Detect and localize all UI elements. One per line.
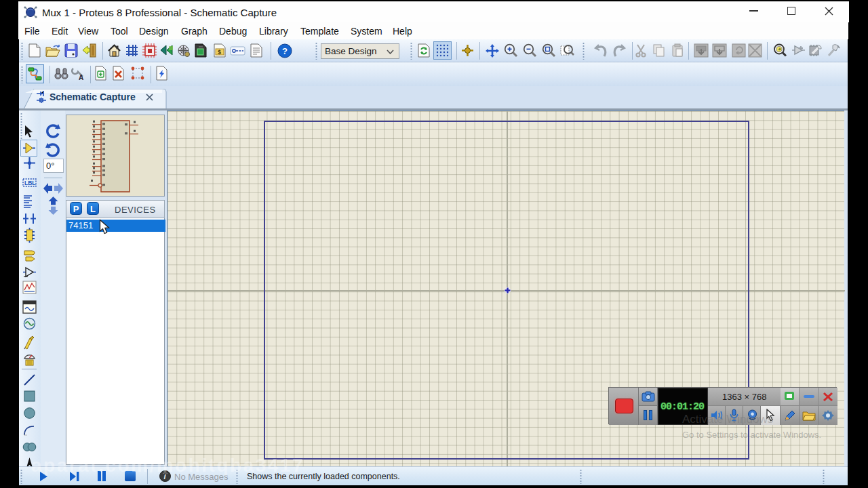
- svg-text:?: ?: [282, 46, 288, 56]
- svg-text:$: $: [218, 49, 221, 56]
- svg-text:LBL: LBL: [24, 180, 36, 186]
- svg-text:A: A: [79, 74, 83, 81]
